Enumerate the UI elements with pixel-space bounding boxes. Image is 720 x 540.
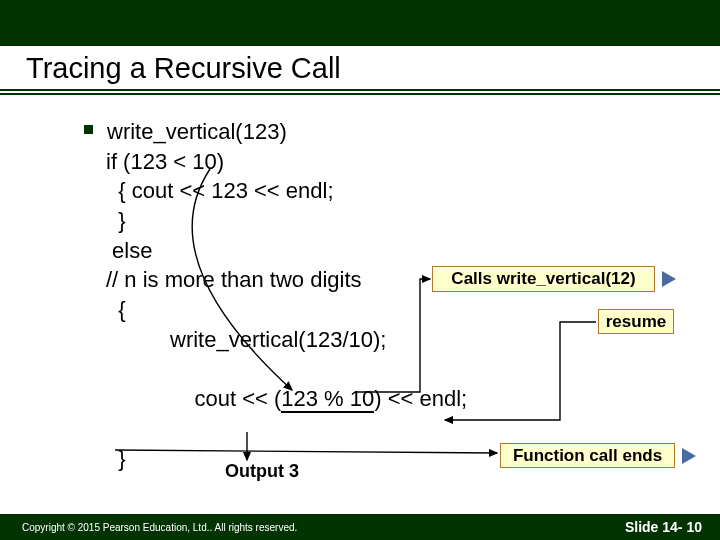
calls-label-box: Calls write_vertical(12) xyxy=(432,266,655,292)
code-line-5: else xyxy=(40,236,720,266)
bullet-icon xyxy=(84,125,93,134)
resume-label-box: resume xyxy=(598,309,674,334)
slide-number: Slide 14- 10 xyxy=(625,519,702,535)
ends-label: Function call ends xyxy=(513,446,662,466)
output-label: Output 3 xyxy=(225,461,299,482)
copyright-text: Copyright © 2015 Pearson Education, Ltd.… xyxy=(22,522,297,533)
code-text: cout << ( xyxy=(194,386,281,411)
code-line-1: write_vertical(123) xyxy=(40,117,720,147)
right-arrow-icon xyxy=(682,448,696,464)
header-band xyxy=(0,0,720,46)
resume-label: resume xyxy=(606,312,666,332)
code-text: ) << endl; xyxy=(374,386,467,411)
ends-label-box: Function call ends xyxy=(500,443,675,468)
right-arrow-icon xyxy=(662,271,676,287)
calls-label: Calls write_vertical(12) xyxy=(451,269,635,289)
code-line-2: if (123 < 10) xyxy=(40,147,720,177)
code-line-9: cout << (123 % 10) << endl; xyxy=(40,355,720,444)
code-line-3: { cout << 123 << endl; xyxy=(40,176,720,206)
code-underlined: 123 % 10 xyxy=(281,386,374,413)
code-text: write_vertical(123) xyxy=(107,117,287,147)
footer-bar: Copyright © 2015 Pearson Education, Ltd.… xyxy=(0,514,720,540)
page-title: Tracing a Recursive Call xyxy=(26,52,341,84)
title-bar: Tracing a Recursive Call xyxy=(0,46,720,91)
code-line-4: } xyxy=(40,206,720,236)
